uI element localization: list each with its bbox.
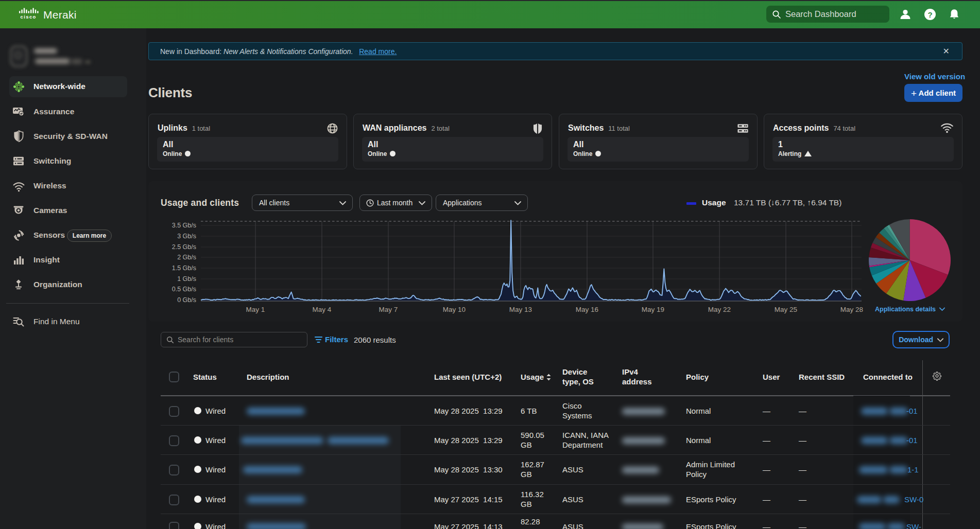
svg-text:May 25: May 25: [775, 306, 797, 313]
svg-text:May 1: May 1: [246, 306, 265, 313]
svg-text:2.5 Gb/s: 2.5 Gb/s: [172, 243, 196, 251]
svg-text:May 7: May 7: [379, 306, 398, 313]
svg-text:1 Gb/s: 1 Gb/s: [177, 275, 196, 283]
svg-text:May 4: May 4: [313, 306, 332, 313]
svg-text:1.5 Gb/s: 1.5 Gb/s: [172, 264, 196, 272]
svg-text:May 16: May 16: [576, 306, 598, 313]
svg-text:2 Gb/s: 2 Gb/s: [177, 254, 196, 261]
svg-text:3 Gb/s: 3 Gb/s: [177, 233, 196, 240]
svg-text:May 10: May 10: [443, 306, 466, 313]
svg-text:0 Gb/s: 0 Gb/s: [177, 296, 196, 304]
svg-text:0.5 Gb/s: 0.5 Gb/s: [172, 286, 196, 293]
svg-text:May 13: May 13: [509, 306, 532, 313]
svg-text:May 19: May 19: [642, 306, 664, 313]
svg-text:May 28: May 28: [840, 306, 863, 313]
svg-text:May 22: May 22: [708, 306, 731, 313]
svg-text:3.5 Gb/s: 3.5 Gb/s: [172, 222, 196, 229]
